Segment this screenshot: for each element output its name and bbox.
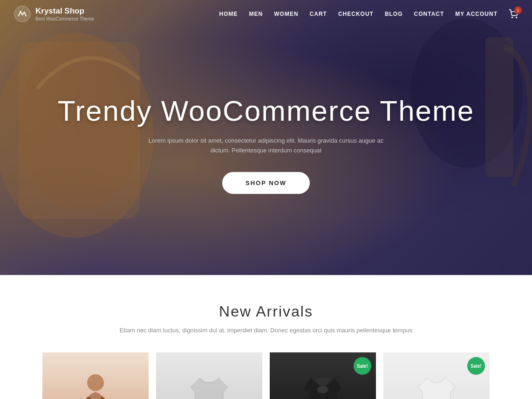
product-image-3: Sale! [270,352,376,399]
product-card-4[interactable]: WOOTHEMES Sale! [383,352,490,399]
site-name: Krystal Shop [35,7,94,16]
logo-text-block: Krystal Shop Best WooCommerce Theme [35,7,94,21]
nav-cart[interactable]: CART [310,11,327,17]
shirt-icon-4: WOOTHEMES [413,373,460,399]
nav-women[interactable]: WOMEN [274,11,298,17]
nav-home[interactable]: HOME [219,11,238,17]
new-arrivals-title: New Arrivals [19,303,513,320]
product-bg-2: WOOTHEMES [156,352,262,399]
product-image-2: WOOTHEMES [156,352,262,399]
site-tagline: Best WooCommerce Theme [35,16,94,21]
main-nav: HOME MEN WOMEN CART CHECKOUT BLOG CONTAC… [219,9,518,19]
product-card-3[interactable]: Sale! [270,352,376,399]
hoodie-icon-3 [302,371,344,399]
person-icon-1 [77,371,114,399]
product-image-1 [42,352,149,399]
sale-badge-3: Sale! [354,357,371,375]
nav-contact[interactable]: CONTACT [414,11,444,17]
product-image-4: WOOTHEMES Sale! [383,352,490,399]
hero-subtitle: Lorem ipsum dolor sit amet, consectetur … [145,136,387,156]
product-card-2[interactable]: WOOTHEMES [156,352,262,399]
nav-my-account[interactable]: MY ACCOUNT [455,11,498,17]
product-bg-1 [42,352,149,399]
site-header: Krystal Shop Best WooCommerce Theme HOME… [0,0,532,28]
product-card-1[interactable] [42,352,149,399]
cart-count-badge: 1 [514,7,522,14]
svg-point-8 [516,17,517,18]
products-grid: WOOTHEMES Sale! [19,352,513,399]
shirt-icon-2: WOOTHEMES [186,373,232,399]
new-arrivals-subtitle: Etiam nec diam luctus, dignissim dui at,… [19,327,513,334]
cart-icon-wrapper[interactable]: 1 [509,9,518,19]
logo-icon [14,6,31,22]
svg-point-9 [87,374,104,391]
hero-content: Trendy WooCommerce Theme Lorem ipsum dol… [39,95,493,194]
svg-point-12 [317,386,328,393]
svg-point-7 [512,17,513,18]
hero-title: Trendy WooCommerce Theme [58,95,474,127]
sale-badge-4: Sale! [467,357,485,375]
nav-checkout[interactable]: CHECKOUT [338,11,374,17]
new-arrivals-section: New Arrivals Etiam nec diam luctus, dign… [0,275,532,399]
logo-area[interactable]: Krystal Shop Best WooCommerce Theme [14,6,94,22]
shop-now-button[interactable]: SHOP NOW [222,172,310,194]
nav-men[interactable]: MEN [249,11,263,17]
nav-blog[interactable]: BLOG [385,11,403,17]
hero-section: Trendy WooCommerce Theme Lorem ipsum dol… [0,0,532,275]
